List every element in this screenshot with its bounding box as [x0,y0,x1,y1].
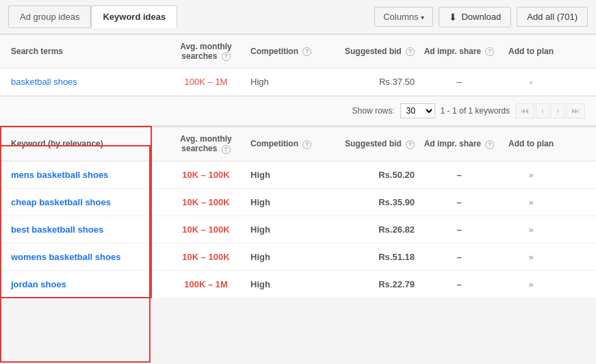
kw-add-0[interactable]: » [504,170,558,180]
keyword-ideas-section: Keyword (by relevance) Avg. monthly sear… [0,126,596,298]
header-kw-add: Add to plan [504,139,558,148]
kw-comp-0: High [250,170,326,180]
kw-avg-4: 100K – 1M [161,279,250,289]
search-term-value: basketball shoes [11,77,161,87]
impr-value: – [415,77,504,87]
kw-bid-3: Rs.51.18 [326,252,415,262]
kw-add-2[interactable]: » [504,224,558,235]
keyword-row: womens basketball shoes 10K – 100K High … [0,244,596,271]
kw-avg-2: 10K – 100K [161,224,250,235]
tab-ad-group-ideas[interactable]: Ad group ideas [8,5,91,28]
kw-comp-4: High [250,279,326,289]
keyword-row: mens basketball shoes 10K – 100K High Rs… [0,161,596,189]
search-terms-section: Search terms Avg. monthly searches ? Com… [0,34,596,96]
search-term-row: basketball shoes 100K – 1M High Rs.37.50… [0,68,596,96]
keyword-term: womens basketball shoes [11,252,161,262]
help-icon-kw-impr[interactable]: ? [485,140,494,149]
help-icon-kw-comp[interactable]: ? [302,140,311,149]
add-to-plan-btn[interactable]: » [504,78,558,86]
page-navigation: ⏮ ‹ › ⏭ [515,103,585,118]
kw-bid-4: Rs.22.79 [326,279,415,289]
first-page-button[interactable]: ⏮ [515,103,534,118]
kw-avg-3: 10K – 100K [161,252,250,262]
competition-value: High [250,77,326,87]
next-page-button[interactable]: › [551,103,565,118]
header-kw-avg: Avg. monthly searches ? [161,134,250,153]
kw-comp-1: High [250,197,326,207]
download-button[interactable]: ⬇ Download [439,7,511,27]
kw-avg-0: 10K – 100K [161,170,250,180]
kw-bid-2: Rs.26.82 [326,224,415,235]
page-range-label: 1 - 1 of 1 keywords [441,106,510,116]
header-kw-bid: Suggested bid ? [326,139,415,148]
keyword-term: mens basketball shoes [11,170,161,180]
bid-value: Rs.37.50 [326,77,415,87]
kw-bid-0: Rs.50.20 [326,170,415,180]
columns-button[interactable]: Columns [374,7,433,27]
keyword-term: best basketball shoes [11,224,161,235]
prev-page-button[interactable]: ‹ [536,103,549,118]
download-icon: ⬇ [449,12,457,23]
header-search-terms: Search terms [11,47,161,56]
header-kw-impr: Ad impr. share ? [415,139,504,148]
keyword-row: jordan shoes 100K – 1M High Rs.22.79 – » [0,271,596,298]
kw-impr-4: – [415,279,504,289]
tab-keyword-ideas[interactable]: Keyword ideas [91,5,177,28]
kw-impr-3: – [415,252,504,262]
help-icon-bid[interactable]: ? [406,47,415,56]
chevron-down-icon [421,12,424,22]
avg-value: 100K – 1M [161,77,250,87]
help-icon-competition[interactable]: ? [302,47,311,56]
pagination-bar: Show rows: 30 50 100 1 - 1 of 1 keywords… [0,96,596,126]
help-icon-kw-bid[interactable]: ? [406,140,415,149]
columns-label: Columns [383,12,418,22]
header-competition: Competition ? [250,47,326,56]
add-all-button[interactable]: Add all (701) [517,7,588,27]
kw-impr-1: – [415,197,504,207]
rows-per-page-select[interactable]: 30 50 100 [400,103,435,118]
keyword-term: cheap basketball shoes [11,197,161,207]
kw-add-1[interactable]: » [504,197,558,207]
header-keyword: Keyword (by relevance) [11,139,161,148]
header-ad-impr-share: Ad impr. share ? [415,47,504,56]
kw-add-4[interactable]: » [504,279,558,289]
help-icon-kw-avg[interactable]: ? [222,145,231,154]
kw-comp-2: High [250,224,326,235]
help-icon-impr[interactable]: ? [485,47,494,56]
keyword-table-header: Keyword (by relevance) Avg. monthly sear… [0,126,596,161]
keyword-term: jordan shoes [11,279,161,289]
help-icon-avg[interactable]: ? [222,52,231,61]
keyword-row: best basketball shoes 10K – 100K High Rs… [0,216,596,244]
kw-impr-2: – [415,224,504,235]
download-label: Download [461,12,501,22]
kw-impr-0: – [415,170,504,180]
header-kw-competition: Competition ? [250,139,326,148]
kw-bid-1: Rs.35.90 [326,197,415,207]
kw-comp-3: High [250,252,326,262]
header-add-to-plan: Add to plan [504,47,558,56]
keyword-row: cheap basketball shoes 10K – 100K High R… [0,189,596,216]
top-actions: Columns ⬇ Download Add all (701) [374,7,588,27]
kw-avg-1: 10K – 100K [161,197,250,207]
header-avg-monthly: Avg. monthly searches ? [161,42,250,61]
show-rows-label: Show rows: [352,106,395,116]
top-bar: Ad group ideas Keyword ideas Columns ⬇ D… [0,0,596,34]
search-terms-header: Search terms Avg. monthly searches ? Com… [0,34,596,68]
header-suggested-bid: Suggested bid ? [326,47,415,56]
kw-add-3[interactable]: » [504,252,558,262]
last-page-button[interactable]: ⏭ [566,103,585,118]
